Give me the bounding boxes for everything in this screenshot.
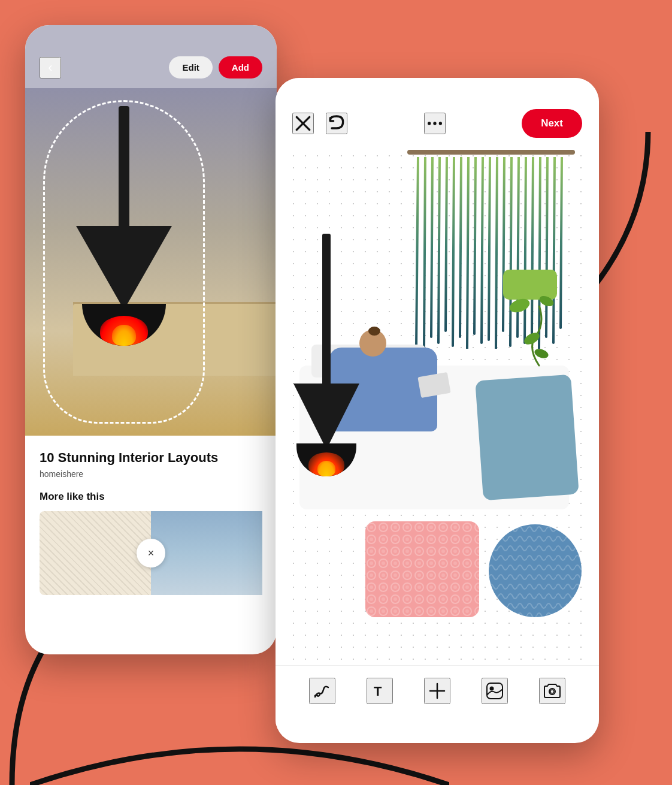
pink-pillow-texture (365, 521, 479, 617)
back-chevron-icon: ‹ (48, 60, 52, 76)
plant-vine-svg (515, 306, 563, 378)
macrame-rod (407, 150, 575, 155)
left-image-area (25, 88, 277, 436)
svg-point-31 (489, 524, 582, 617)
fireplace-body (94, 106, 154, 346)
sticker-icon (485, 681, 504, 701)
more-thumb-fabric[interactable] (40, 511, 151, 595)
right-fireplace (299, 234, 353, 533)
right-header-left (292, 113, 347, 134)
more-dots-icon (425, 114, 444, 133)
pink-pillow (365, 521, 479, 617)
left-phone-header: ‹ Edit Add (25, 25, 277, 88)
person-book (417, 372, 450, 398)
camera-icon (543, 681, 562, 701)
add-icon (428, 681, 447, 701)
sticker-tool-button[interactable] (482, 678, 508, 704)
camera-tool-button[interactable] (539, 678, 565, 704)
canvas-area[interactable] (287, 150, 587, 665)
edit-button[interactable]: Edit (169, 56, 212, 78)
draw-icon (313, 681, 332, 701)
close-overlay-icon: × (148, 547, 155, 560)
svg-text:T: T (374, 684, 382, 699)
rfp-bowl (296, 443, 356, 476)
next-button[interactable]: Next (522, 109, 582, 138)
blue-pillow (489, 524, 582, 617)
pin-title: 10 Stunning Interior Layouts (40, 450, 262, 466)
fireplace-selected[interactable] (43, 100, 205, 424)
svg-rect-30 (365, 521, 479, 617)
undo-icon (327, 114, 346, 133)
pillows-section (365, 521, 582, 617)
more-thumb-sky[interactable] (151, 511, 262, 595)
more-options-button[interactable] (424, 113, 446, 134)
rfp-pipe (322, 234, 331, 401)
text-icon: T (370, 681, 389, 701)
header-actions: Edit Add (169, 56, 262, 78)
draw-tool-button[interactable] (309, 678, 335, 704)
rfp-fire-inner (317, 461, 335, 476)
close-button[interactable] (292, 113, 314, 134)
svg-point-2 (428, 122, 431, 125)
svg-point-38 (550, 690, 554, 693)
fp-fire-inner (112, 325, 136, 346)
right-toolbar: T (276, 665, 599, 726)
right-phone: Next (276, 78, 599, 743)
text-tool-button[interactable]: T (367, 678, 393, 704)
pin-author: homeishere (40, 469, 262, 479)
fp-cone (76, 226, 172, 310)
pin-info: 10 Stunning Interior Layouts homeishere … (25, 436, 277, 595)
back-button[interactable]: ‹ (40, 57, 61, 78)
sky-texture (151, 511, 262, 595)
fp-bowl (82, 304, 166, 346)
person-hair (368, 327, 380, 336)
right-phone-header: Next (276, 78, 599, 150)
rfp-cone (293, 384, 359, 449)
add-button[interactable]: Add (219, 56, 262, 78)
close-overlay-button[interactable]: × (137, 539, 165, 567)
undo-button[interactable] (326, 113, 347, 134)
svg-point-3 (433, 122, 436, 125)
plant-pot (503, 270, 557, 300)
bed-blanket (475, 375, 579, 501)
fabric-texture (40, 511, 151, 595)
blue-pillow-texture (489, 524, 582, 617)
plant-decoration (503, 270, 569, 378)
svg-point-36 (491, 687, 494, 690)
fp-pipe (119, 106, 129, 238)
more-like-label: More like this (40, 491, 262, 503)
add-element-button[interactable] (424, 678, 450, 704)
svg-point-4 (438, 122, 441, 125)
more-like-row: × (40, 511, 262, 595)
close-icon (293, 114, 313, 133)
left-phone: ‹ Edit Add 10 Stunning Interio (25, 25, 277, 654)
